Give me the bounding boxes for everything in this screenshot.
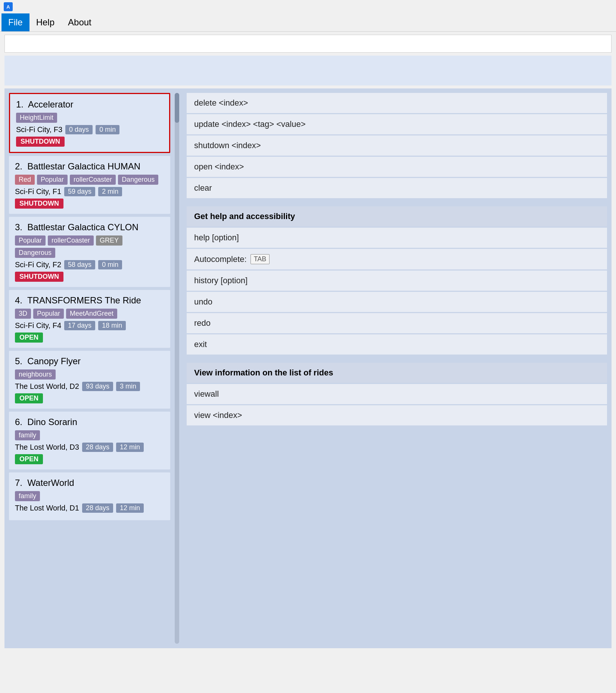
tags-row: 3DPopularMeetAndGreet [15, 309, 164, 319]
ride-card[interactable]: 3. Battlestar Galactica CYLON Popularrol… [9, 217, 170, 287]
scrollbar-track[interactable] [175, 93, 179, 644]
status-badge: OPEN [15, 454, 43, 464]
days-badge: 28 days [82, 443, 113, 452]
command-item[interactable]: undo [187, 292, 607, 312]
search-bar-container [4, 35, 612, 53]
ride-title: 6. Dino Sorarin [15, 417, 164, 427]
tag: HeightLimit [16, 113, 57, 123]
status-badge: OPEN [15, 393, 43, 403]
tags-row: RedPopularrollerCoasterDangerous [15, 175, 164, 185]
zone-label: Sci-Fi City, F4 [15, 321, 61, 330]
zone-label: The Lost World, D1 [15, 504, 79, 512]
tag: Red [15, 175, 35, 185]
zone-label: The Lost World, D2 [15, 382, 79, 391]
menu-file[interactable]: File [1, 13, 29, 31]
tags-row: neighbours [15, 369, 164, 380]
section-header: View information on the list of rides [187, 363, 607, 383]
days-badge: 93 days [82, 382, 113, 391]
ride-list: 1. Accelerator HeightLimit Sci-Fi City, … [9, 93, 173, 644]
wait-badge: 3 min [116, 382, 140, 391]
menu-about[interactable]: About [61, 13, 98, 31]
ride-title: 4. TRANSFORMERS The Ride [15, 295, 164, 306]
section-header: Get help and accessibility [187, 206, 607, 227]
days-badge: 58 days [64, 260, 95, 269]
title-bar: A [0, 0, 616, 13]
info-row: The Lost World, D2 93 days 3 min [15, 382, 164, 391]
tag: family [15, 430, 40, 440]
tag: Popular [15, 235, 46, 246]
command-item[interactable]: history [option] [187, 271, 607, 291]
days-badge: 59 days [64, 187, 95, 196]
zone-label: Sci-Fi City, F2 [15, 260, 61, 269]
ride-title: 3. Battlestar Galactica CYLON [15, 222, 164, 232]
command-item[interactable]: update <index> <tag> <value> [187, 114, 607, 134]
command-item[interactable]: view <index> [187, 405, 607, 425]
command-item[interactable]: exit [187, 334, 607, 355]
status-badge: OPEN [15, 333, 43, 343]
command-item[interactable]: help [option] [187, 228, 607, 248]
command-item[interactable]: delete <index> [187, 93, 607, 113]
main-content: 1. Accelerator HeightLimit Sci-Fi City, … [4, 88, 612, 648]
tag: GREY [96, 235, 122, 246]
tag: 3D [15, 309, 31, 319]
ride-title: 2. Battlestar Galactica HUMAN [15, 161, 164, 172]
right-panel: delete <index>update <index> <tag> <valu… [187, 93, 607, 644]
days-badge: 28 days [82, 503, 113, 513]
tab-badge: TAB [251, 254, 270, 264]
wait-badge: 12 min [116, 443, 144, 452]
menu-bar: File Help About [0, 13, 616, 32]
zone-label: Sci-Fi City, F1 [15, 187, 61, 196]
ride-card[interactable]: 6. Dino Sorarin family The Lost World, D… [9, 412, 170, 469]
status-badge: SHUTDOWN [15, 272, 63, 282]
days-badge: 0 days [65, 125, 93, 134]
tags-row: family [15, 430, 164, 440]
search-input[interactable] [8, 37, 608, 51]
tag: Dangerous [15, 248, 55, 258]
tag: rollerCoaster [48, 235, 94, 246]
ride-card[interactable]: 5. Canopy Flyer neighbours The Lost Worl… [9, 351, 170, 409]
app-icon: A [4, 2, 13, 11]
wait-badge: 12 min [116, 503, 144, 513]
info-row: The Lost World, D1 28 days 12 min [15, 503, 164, 513]
info-row: Sci-Fi City, F2 58 days 0 min [15, 260, 164, 269]
tag: MeetAndGreet [66, 309, 117, 319]
scrollbar-thumb[interactable] [175, 93, 179, 123]
tags-row: HeightLimit [16, 113, 163, 123]
ride-list-wrapper: 1. Accelerator HeightLimit Sci-Fi City, … [9, 93, 179, 644]
tag: family [15, 491, 40, 501]
ride-title: 1. Accelerator [16, 99, 163, 110]
autocomplete-label: Autocomplete: [194, 255, 247, 264]
tags-row: family [15, 491, 164, 501]
status-bar [4, 56, 612, 85]
autocomplete-row: Autocomplete: TAB [187, 249, 607, 269]
ride-card[interactable]: 1. Accelerator HeightLimit Sci-Fi City, … [9, 93, 170, 153]
info-row: The Lost World, D3 28 days 12 min [15, 443, 164, 452]
tag: neighbours [15, 369, 56, 380]
command-item[interactable]: clear [187, 178, 607, 198]
wait-badge: 0 min [96, 125, 119, 134]
menu-help[interactable]: Help [29, 13, 61, 31]
info-row: Sci-Fi City, F3 0 days 0 min [16, 125, 163, 134]
command-item[interactable]: shutdown <index> [187, 135, 607, 156]
info-row: Sci-Fi City, F1 59 days 2 min [15, 187, 164, 196]
info-row: Sci-Fi City, F4 17 days 18 min [15, 321, 164, 330]
wait-badge: 2 min [98, 187, 122, 196]
ride-card[interactable]: 4. TRANSFORMERS The Ride 3DPopularMeetAn… [9, 290, 170, 348]
zone-label: Sci-Fi City, F3 [16, 125, 62, 134]
tag: Popular [37, 175, 68, 185]
ride-title: 7. WaterWorld [15, 478, 164, 488]
days-badge: 17 days [64, 321, 95, 330]
command-item[interactable]: open <index> [187, 157, 607, 177]
status-badge: SHUTDOWN [15, 199, 63, 209]
ride-card[interactable]: 2. Battlestar Galactica HUMAN RedPopular… [9, 156, 170, 214]
tag: Popular [33, 309, 64, 319]
status-badge: SHUTDOWN [16, 137, 65, 147]
wait-badge: 18 min [98, 321, 126, 330]
ride-title: 5. Canopy Flyer [15, 356, 164, 366]
ride-card[interactable]: 7. WaterWorld family The Lost World, D1 … [9, 472, 170, 520]
command-item[interactable]: redo [187, 313, 607, 333]
command-item[interactable]: viewall [187, 384, 607, 404]
tags-row: PopularrollerCoasterGREYDangerous [15, 235, 164, 258]
tag: rollerCoaster [70, 175, 116, 185]
wait-badge: 0 min [98, 260, 122, 269]
